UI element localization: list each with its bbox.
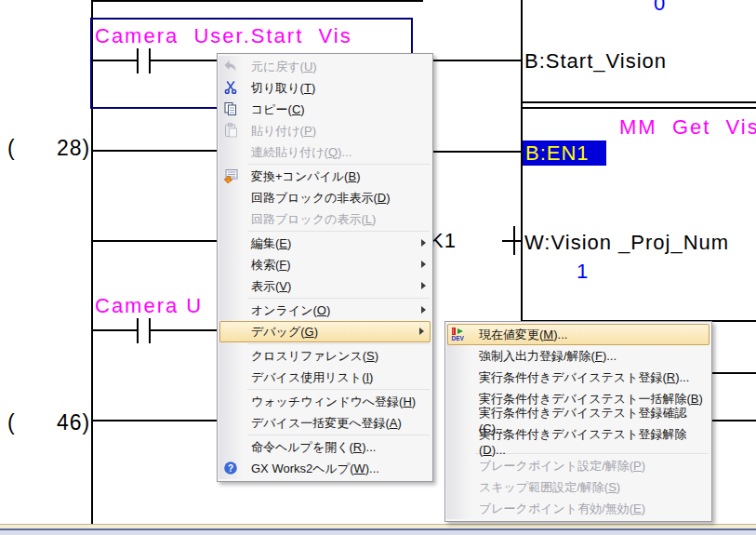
context-menu-item-label: 変換+コンパイル(B) — [251, 168, 360, 185]
contact2-comment[interactable]: Camera U — [95, 294, 203, 318]
debug-submenu-item-9: ブレークポイント有効/無効(E) — [445, 498, 711, 519]
context-menu-item-21[interactable]: デバイス一括変更へ登録(A) — [218, 412, 432, 434]
debug-submenu-item-label: 強制入出力登録/解除(F)... — [479, 348, 617, 365]
context-menu-item-23[interactable]: 命令ヘルプを開く(R)... — [218, 436, 432, 458]
debug-submenu-item-label: 現在値変更(M)... — [479, 327, 567, 343]
context-menu-item-2[interactable]: コピー(C) — [218, 99, 432, 120]
en1-label: B:EN1 — [525, 141, 590, 166]
context-menu-item-14[interactable]: オンライン(O) — [218, 300, 432, 321]
context-menu-item-label: クロスリファレンス(S) — [251, 348, 378, 365]
rung-line-right-upper — [711, 372, 756, 374]
operand-k1[interactable]: K1 — [430, 229, 457, 253]
context-menu-item-7[interactable]: 回路ブロックの非表示(D) — [218, 187, 432, 208]
context-menu-item-label: 検索(F) — [251, 257, 291, 274]
debug-submenu-item-label: 実行条件付きデバイステスト登録解除(D)... — [479, 426, 711, 457]
context-menu-item-20[interactable]: ウォッチウィンドウへ登録(H) — [218, 391, 432, 412]
debug-submenu-item-1[interactable]: 強制入出力登録/解除(F)... — [445, 345, 711, 367]
context-menu-item-label: ウォッチウィンドウへ登録(H) — [251, 394, 416, 410]
rung3-line-left — [91, 240, 217, 242]
function-block-title[interactable]: MM Get Vis — [619, 115, 756, 140]
paste-icon — [223, 123, 238, 138]
submenu-arrow-icon — [419, 328, 424, 335]
submenu-arrow-icon — [421, 261, 426, 268]
context-menu-item-label: 元に戻す(U) — [251, 59, 317, 75]
rung-number-28: ( 28) — [7, 136, 90, 161]
context-menu-item-11[interactable]: 検索(F) — [218, 254, 432, 275]
en1-selected-cell[interactable]: B:EN1 — [523, 140, 606, 166]
context-menu-item-18[interactable]: デバイス使用リスト(I) — [218, 367, 432, 388]
context-menu-item-17[interactable]: クロスリファレンス(S) — [218, 345, 432, 367]
rung-line-top — [91, 0, 423, 2]
debug-submenu-item-label: ブレークポイント有効/無効(E) — [479, 501, 645, 517]
debug-submenu-item-5[interactable]: 実行条件付きデバイステスト登録解除(D)... — [445, 431, 711, 452]
help-icon: ? — [223, 461, 238, 475]
context-menu-separator — [247, 164, 430, 165]
context-menu-item-1[interactable]: 切り取り(T) — [218, 77, 432, 99]
context-menu-item-label: デバイス使用リスト(I) — [251, 369, 373, 386]
debug-submenu-item-8: スキップ範囲設定/解除(S) — [445, 476, 711, 498]
debug-submenu: DEV現在値変更(M)...強制入出力登録/解除(F)...実行条件付きデバイス… — [444, 321, 712, 522]
undo-icon — [223, 59, 238, 74]
context-menu-separator — [247, 298, 430, 299]
context-menu-item-label: 切り取り(T) — [251, 80, 315, 97]
context-menu-item-label: 連続貼り付け(Q)... — [251, 144, 351, 161]
word-device-value: 1 — [577, 260, 589, 284]
debug-submenu-item-2[interactable]: 実行条件付きデバイステスト登録(R)... — [445, 367, 711, 388]
context-menu-item-label: 編集(E) — [251, 235, 291, 252]
cut-icon — [223, 80, 238, 95]
rung4-line-mid — [150, 329, 217, 331]
context-menu-item-4: 連続貼り付け(Q)... — [218, 141, 432, 163]
context-menu-item-label: 貼り付け(P) — [251, 123, 316, 140]
rung2-line-right — [433, 151, 521, 153]
rung1-line-right — [433, 60, 521, 61]
debug-submenu-item-7: ブレークポイント設定/解除(P) — [445, 455, 711, 476]
convert-compile-icon — [223, 168, 238, 183]
context-menu-item-label: 命令ヘルプを開く(R)... — [251, 439, 376, 456]
contact1-comment[interactable]: Camera User.Start Vis — [95, 24, 352, 48]
context-menu-separator — [247, 435, 430, 435]
svg-text:?: ? — [228, 463, 233, 474]
coil-start-vision-label[interactable]: B:Start_Vision — [524, 49, 667, 74]
word-device-label[interactable]: W:Vision _Proj_Num — [524, 231, 729, 255]
rung2-line-left — [91, 150, 217, 152]
rung5-line-left — [91, 420, 217, 421]
context-menu-item-15[interactable]: デバッグ(G) — [219, 321, 431, 342]
rung-number-46: ( 46) — [7, 410, 90, 435]
context-menu-item-label: デバッグ(G) — [251, 324, 318, 341]
debug-submenu-item-label: 実行条件付きデバイステスト登録(R)... — [479, 369, 689, 386]
context-menu-separator — [247, 231, 430, 232]
instruction-line — [502, 240, 523, 242]
debug-submenu-item-label: ブレークポイント設定/解除(P) — [479, 458, 645, 475]
context-menu-item-10[interactable]: 編集(E) — [218, 233, 432, 254]
context-menu-separator — [247, 389, 430, 390]
debug-submenu-item-0[interactable]: DEV現在値変更(M)... — [447, 324, 710, 345]
monitor-value-top: 0 — [654, 0, 666, 16]
context-menu-item-label: デバイス一括変更へ登録(A) — [251, 415, 402, 432]
context-menu-item-label: オンライン(O) — [251, 302, 330, 319]
ladder-editor-canvas: Camera User.Start Vis B:Start_Vision 0 M… — [0, 0, 756, 535]
context-menu-item-label: コピー(C) — [251, 101, 305, 118]
context-menu-item-3: 貼り付け(P) — [218, 120, 432, 141]
block-top-border — [521, 107, 756, 109]
copy-icon — [223, 101, 238, 116]
instruction-bracket — [513, 226, 515, 255]
context-menu-item-24[interactable]: ?GX Works2ヘルプ(W)... — [218, 458, 432, 479]
contact2-bar-left — [137, 318, 139, 343]
context-menu-item-label: 回路ブロックの表示(L) — [251, 211, 376, 228]
svg-text:DEV: DEV — [452, 335, 465, 341]
context-menu-item-0: 元に戻す(U) — [218, 56, 432, 77]
context-menu-item-label: GX Works2ヘルプ(W)... — [251, 461, 379, 477]
context-menu-separator — [247, 343, 430, 344]
context-menu: 元に戻す(U)切り取り(T)コピー(C)貼り付け(P)連続貼り付け(Q)...変… — [217, 53, 433, 482]
context-menu-item-12[interactable]: 表示(V) — [218, 275, 432, 297]
submenu-arrow-icon — [421, 306, 426, 314]
rung5-line-right — [711, 420, 756, 421]
submenu-arrow-icon — [421, 282, 426, 289]
context-menu-item-6[interactable]: 変換+コンパイル(B) — [218, 166, 432, 187]
debug-submenu-item-label: スキップ範囲設定/解除(S) — [479, 479, 620, 496]
context-menu-item-8: 回路ブロックの表示(L) — [218, 208, 432, 230]
context-menu-item-label: 表示(V) — [251, 278, 291, 295]
submenu-arrow-icon — [421, 239, 426, 247]
block-separator-upper — [521, 101, 756, 103]
rung4-line-left — [91, 329, 138, 331]
